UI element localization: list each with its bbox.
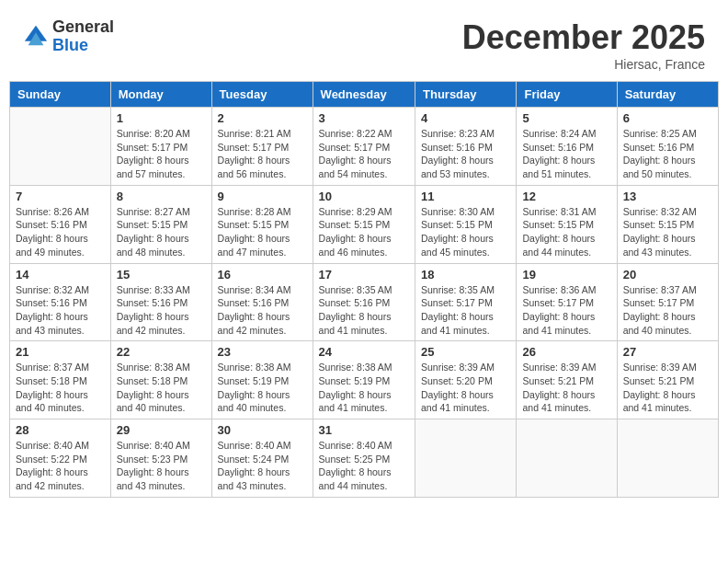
day-cell-7: 7Sunrise: 8:26 AM Sunset: 5:16 PM Daylig… [10, 185, 111, 263]
week-row-3: 14Sunrise: 8:32 AM Sunset: 5:16 PM Dayli… [10, 263, 719, 341]
day-info: Sunrise: 8:40 AM Sunset: 5:25 PM Dayligh… [319, 439, 409, 493]
day-cell-1: 1Sunrise: 8:20 AM Sunset: 5:17 PM Daylig… [110, 108, 211, 186]
day-info: Sunrise: 8:37 AM Sunset: 5:18 PM Dayligh… [16, 361, 105, 415]
day-number: 20 [623, 268, 712, 282]
day-cell-18: 18Sunrise: 8:35 AM Sunset: 5:17 PM Dayli… [415, 263, 517, 341]
day-cell-14: 14Sunrise: 8:32 AM Sunset: 5:16 PM Dayli… [10, 263, 111, 341]
day-number: 31 [319, 423, 409, 437]
logo-text-blue: Blue [52, 37, 114, 55]
day-cell-6: 6Sunrise: 8:25 AM Sunset: 5:16 PM Daylig… [617, 108, 718, 186]
day-info: Sunrise: 8:38 AM Sunset: 5:18 PM Dayligh… [117, 361, 206, 415]
day-info: Sunrise: 8:40 AM Sunset: 5:23 PM Dayligh… [117, 439, 206, 493]
day-number: 6 [623, 111, 712, 125]
weekday-header-wednesday: Wednesday [313, 82, 415, 108]
day-number: 24 [319, 345, 409, 359]
day-info: Sunrise: 8:30 AM Sunset: 5:15 PM Dayligh… [421, 205, 510, 259]
day-number: 18 [421, 268, 510, 282]
day-number: 9 [218, 190, 307, 203]
calendar-table: SundayMondayTuesdayWednesdayThursdayFrid… [9, 81, 719, 498]
day-cell-15: 15Sunrise: 8:33 AM Sunset: 5:16 PM Dayli… [110, 263, 211, 341]
day-cell-2: 2Sunrise: 8:21 AM Sunset: 5:17 PM Daylig… [211, 108, 313, 186]
day-number: 29 [117, 423, 206, 437]
day-number: 12 [522, 190, 610, 203]
day-number: 8 [117, 190, 206, 203]
day-info: Sunrise: 8:25 AM Sunset: 5:16 PM Dayligh… [623, 127, 712, 181]
day-cell-31: 31Sunrise: 8:40 AM Sunset: 5:25 PM Dayli… [313, 419, 415, 498]
day-cell-27: 27Sunrise: 8:39 AM Sunset: 5:21 PM Dayli… [617, 341, 718, 419]
day-info: Sunrise: 8:35 AM Sunset: 5:17 PM Dayligh… [421, 283, 510, 338]
day-cell-11: 11Sunrise: 8:30 AM Sunset: 5:15 PM Dayli… [415, 185, 517, 263]
week-row-4: 21Sunrise: 8:37 AM Sunset: 5:18 PM Dayli… [10, 341, 719, 419]
empty-cell [517, 419, 617, 498]
day-number: 27 [623, 345, 712, 359]
day-info: Sunrise: 8:40 AM Sunset: 5:22 PM Dayligh… [16, 439, 105, 493]
day-cell-12: 12Sunrise: 8:31 AM Sunset: 5:15 PM Dayli… [517, 185, 617, 263]
day-info: Sunrise: 8:33 AM Sunset: 5:16 PM Dayligh… [117, 283, 206, 338]
day-cell-9: 9Sunrise: 8:28 AM Sunset: 5:15 PM Daylig… [211, 185, 313, 263]
day-cell-26: 26Sunrise: 8:39 AM Sunset: 5:21 PM Dayli… [517, 341, 617, 419]
day-number: 10 [319, 190, 409, 203]
empty-cell [617, 419, 718, 498]
day-info: Sunrise: 8:32 AM Sunset: 5:16 PM Dayligh… [16, 283, 105, 338]
day-cell-4: 4Sunrise: 8:23 AM Sunset: 5:16 PM Daylig… [415, 108, 517, 186]
weekday-header-saturday: Saturday [617, 82, 718, 108]
day-cell-5: 5Sunrise: 8:24 AM Sunset: 5:16 PM Daylig… [517, 108, 617, 186]
title-block: December 2025 Hiersac, France [462, 18, 705, 72]
page-header: General Blue December 2025 Hiersac, Fran… [9, 9, 719, 76]
day-info: Sunrise: 8:21 AM Sunset: 5:17 PM Dayligh… [218, 127, 307, 181]
day-cell-24: 24Sunrise: 8:38 AM Sunset: 5:19 PM Dayli… [313, 341, 415, 419]
day-info: Sunrise: 8:40 AM Sunset: 5:24 PM Dayligh… [218, 439, 307, 493]
day-number: 11 [421, 190, 510, 203]
day-number: 1 [117, 111, 206, 125]
day-info: Sunrise: 8:29 AM Sunset: 5:15 PM Dayligh… [319, 205, 409, 259]
day-cell-28: 28Sunrise: 8:40 AM Sunset: 5:22 PM Dayli… [10, 419, 111, 498]
weekday-header-monday: Monday [110, 82, 211, 108]
weekday-header-row: SundayMondayTuesdayWednesdayThursdayFrid… [10, 82, 719, 108]
week-row-2: 7Sunrise: 8:26 AM Sunset: 5:16 PM Daylig… [10, 185, 719, 263]
day-number: 5 [522, 111, 610, 125]
day-info: Sunrise: 8:35 AM Sunset: 5:16 PM Dayligh… [319, 283, 409, 338]
day-info: Sunrise: 8:39 AM Sunset: 5:21 PM Dayligh… [623, 361, 712, 415]
day-info: Sunrise: 8:20 AM Sunset: 5:17 PM Dayligh… [117, 127, 206, 181]
day-cell-21: 21Sunrise: 8:37 AM Sunset: 5:18 PM Dayli… [10, 341, 111, 419]
day-number: 25 [421, 345, 510, 359]
day-number: 21 [16, 345, 105, 359]
day-cell-16: 16Sunrise: 8:34 AM Sunset: 5:16 PM Dayli… [211, 263, 313, 341]
day-number: 19 [522, 268, 610, 282]
day-info: Sunrise: 8:36 AM Sunset: 5:17 PM Dayligh… [522, 283, 610, 338]
day-number: 16 [218, 268, 307, 282]
day-cell-13: 13Sunrise: 8:32 AM Sunset: 5:15 PM Dayli… [617, 185, 718, 263]
day-cell-30: 30Sunrise: 8:40 AM Sunset: 5:24 PM Dayli… [211, 419, 313, 498]
week-row-5: 28Sunrise: 8:40 AM Sunset: 5:22 PM Dayli… [10, 419, 719, 498]
logo: General Blue [23, 18, 114, 55]
day-cell-22: 22Sunrise: 8:38 AM Sunset: 5:18 PM Dayli… [110, 341, 211, 419]
day-cell-29: 29Sunrise: 8:40 AM Sunset: 5:23 PM Dayli… [110, 419, 211, 498]
day-info: Sunrise: 8:24 AM Sunset: 5:16 PM Dayligh… [522, 127, 610, 181]
day-info: Sunrise: 8:28 AM Sunset: 5:15 PM Dayligh… [218, 205, 307, 259]
day-cell-19: 19Sunrise: 8:36 AM Sunset: 5:17 PM Dayli… [517, 263, 617, 341]
day-info: Sunrise: 8:26 AM Sunset: 5:16 PM Dayligh… [16, 205, 105, 259]
day-number: 14 [16, 268, 105, 282]
day-number: 3 [319, 111, 409, 125]
day-cell-20: 20Sunrise: 8:37 AM Sunset: 5:17 PM Dayli… [617, 263, 718, 341]
month-title: December 2025 [462, 18, 705, 57]
day-number: 7 [16, 190, 105, 203]
day-cell-17: 17Sunrise: 8:35 AM Sunset: 5:16 PM Dayli… [313, 263, 415, 341]
day-number: 17 [319, 268, 409, 282]
day-info: Sunrise: 8:23 AM Sunset: 5:16 PM Dayligh… [421, 127, 510, 181]
day-cell-10: 10Sunrise: 8:29 AM Sunset: 5:15 PM Dayli… [313, 185, 415, 263]
day-number: 23 [218, 345, 307, 359]
day-number: 4 [421, 111, 510, 125]
day-number: 26 [522, 345, 610, 359]
day-info: Sunrise: 8:27 AM Sunset: 5:15 PM Dayligh… [117, 205, 206, 259]
day-info: Sunrise: 8:31 AM Sunset: 5:15 PM Dayligh… [522, 205, 610, 259]
weekday-header-thursday: Thursday [415, 82, 517, 108]
day-info: Sunrise: 8:39 AM Sunset: 5:20 PM Dayligh… [421, 361, 510, 415]
empty-cell [10, 108, 111, 186]
day-number: 22 [117, 345, 206, 359]
day-info: Sunrise: 8:38 AM Sunset: 5:19 PM Dayligh… [218, 361, 307, 415]
day-number: 28 [16, 423, 105, 437]
day-info: Sunrise: 8:22 AM Sunset: 5:17 PM Dayligh… [319, 127, 409, 181]
day-cell-3: 3Sunrise: 8:22 AM Sunset: 5:17 PM Daylig… [313, 108, 415, 186]
day-info: Sunrise: 8:39 AM Sunset: 5:21 PM Dayligh… [522, 361, 610, 415]
